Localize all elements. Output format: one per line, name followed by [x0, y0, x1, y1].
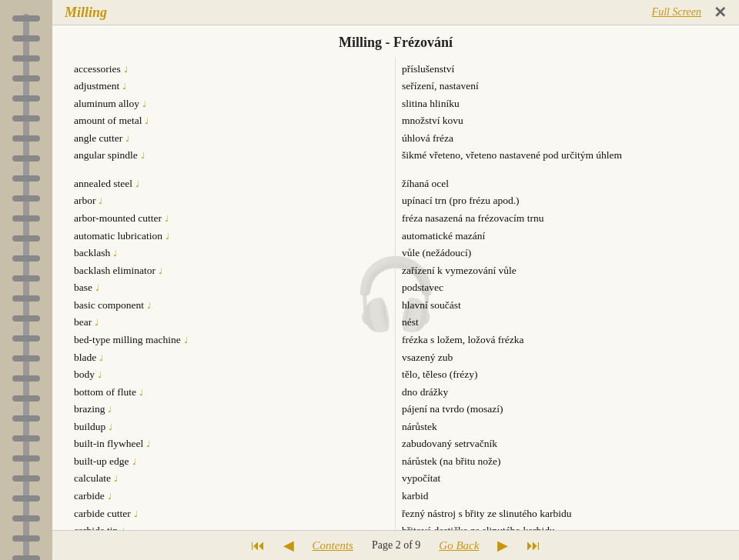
fullscreen-button[interactable]: Full Screen	[652, 6, 701, 18]
term-text: bear	[74, 315, 92, 330]
list-item: arbor ♩	[74, 192, 389, 210]
list-item: nést	[402, 314, 717, 332]
audio-icon[interactable]: ♩	[159, 265, 162, 278]
header-right: Full Screen ✕	[652, 3, 727, 22]
audio-icon[interactable]: ♩	[145, 115, 149, 128]
audio-icon[interactable]: ♩	[95, 317, 99, 329]
translation-text: upínací trn (pro frézu apod.)	[402, 193, 520, 208]
term-text: angular spindle	[74, 148, 138, 163]
audio-icon[interactable]: ♩	[99, 352, 103, 365]
list-item: automatic lubrication ♩	[74, 227, 389, 245]
spiral-ring	[12, 175, 40, 182]
audio-icon[interactable]: ♩	[139, 387, 143, 399]
audio-icon[interactable]: ♩	[98, 369, 102, 382]
translation-text: šikmé vřeteno, vřeteno nastavené pod urč…	[402, 148, 622, 163]
list-item: adjustment ♩	[74, 78, 389, 95]
audio-icon[interactable]: ♩	[121, 525, 125, 530]
term-text: carbide cutter	[74, 506, 131, 522]
term-text: angle cutter	[74, 131, 122, 146]
list-item: vůle (nežádoucí)	[402, 245, 717, 262]
spiral-ring	[12, 135, 40, 142]
audio-icon[interactable]: ♩	[99, 195, 102, 208]
audio-icon[interactable]: ♩	[124, 64, 128, 76]
page-info: Page 2 of 9	[372, 539, 420, 552]
list-item: accessories ♩	[74, 60, 389, 78]
term-text: arbor	[74, 193, 95, 208]
prev-page-button[interactable]: ◀	[283, 537, 294, 554]
audio-icon[interactable]: ♩	[125, 133, 129, 145]
audio-icon[interactable]: ♩	[165, 213, 169, 225]
next-page-button[interactable]: ▶	[497, 537, 508, 554]
last-page-button[interactable]: ⏭	[527, 538, 540, 554]
audio-icon[interactable]: ♩	[134, 508, 138, 521]
list-item: nárůstek (na břitu nože)	[402, 452, 717, 470]
term-text: backlash eliminator	[74, 263, 155, 278]
first-page-button[interactable]: ⏮	[251, 538, 265, 554]
list-item: bear ♩	[74, 314, 389, 332]
footer: ⏮ ◀ Contents Page 2 of 9 Go Back ▶ ⏭	[52, 530, 739, 560]
contents-link[interactable]: Contents	[313, 539, 353, 552]
term-text: aluminum alloy	[74, 96, 139, 112]
translation-text: fréza nasazená na frézovacím trnu	[402, 211, 543, 226]
list-item: frézka s ložem, ložová frézka	[402, 331, 717, 348]
audio-icon[interactable]: ♩	[114, 473, 118, 485]
term-text: carbide	[74, 488, 105, 504]
spiral-ring	[12, 155, 40, 162]
audio-icon[interactable]: ♩	[113, 248, 117, 260]
term-text: built-in flywheel	[74, 436, 143, 452]
term-text: adjustment	[74, 78, 119, 94]
translation-text: množství kovu	[402, 113, 463, 128]
list-item: podstavec	[402, 279, 717, 297]
audio-icon[interactable]: ♩	[122, 81, 126, 93]
audio-icon[interactable]: ♩	[166, 231, 169, 243]
list-item: carbide tip ♩	[74, 522, 389, 530]
translation-text: karbid	[402, 488, 429, 504]
audio-icon[interactable]: ♩	[147, 300, 151, 312]
list-item: vypočítat	[402, 470, 717, 488]
spiral-ring	[12, 15, 40, 22]
term-text: accessories	[74, 62, 121, 77]
list-item: bed-type milling machine ♩	[74, 331, 389, 348]
spiral-ring	[12, 555, 40, 560]
right-column: příslušenstvíseřízení, nastaveníslitina …	[396, 57, 724, 530]
list-item: upínací trn (pro frézu apod.)	[402, 192, 717, 210]
audio-icon[interactable]: ♩	[108, 404, 112, 416]
list-item: annealed steel ♩	[74, 175, 389, 192]
audio-icon[interactable]: ♩	[109, 422, 112, 434]
audio-icon[interactable]: ♩	[141, 150, 145, 162]
spiral-ring	[12, 195, 40, 202]
audio-icon[interactable]: ♩	[95, 282, 99, 295]
close-button[interactable]: ✕	[714, 3, 727, 22]
audio-icon[interactable]: ♩	[142, 98, 146, 111]
list-item: aluminum alloy ♩	[74, 95, 389, 112]
translation-text: nést	[402, 315, 419, 330]
audio-icon[interactable]: ♩	[132, 456, 136, 468]
list-item: hlavní součást	[402, 296, 717, 314]
spiral-ring	[12, 75, 40, 82]
list-item: příslušenství	[402, 60, 717, 78]
term-text: buildup	[74, 419, 105, 435]
goback-link[interactable]: Go Back	[439, 539, 479, 552]
translation-text: nárůstek (na břitu nože)	[402, 454, 501, 469]
app-title: Milling	[65, 5, 107, 21]
audio-icon[interactable]: ♩	[108, 491, 112, 503]
audio-icon[interactable]: ♩	[146, 438, 150, 451]
spiral-ring	[12, 335, 40, 342]
translation-text: vypočítat	[402, 471, 440, 486]
header: Milling Full Screen ✕	[52, 0, 739, 25]
list-item: body ♩	[74, 366, 389, 384]
translation-text: dno drážky	[402, 385, 448, 400]
list-item: carbide ♩	[74, 488, 389, 505]
list-item: buildup ♩	[74, 418, 389, 435]
list-item: brazing ♩	[74, 401, 389, 418]
list-item: tělo, těleso (frézy)	[402, 366, 717, 384]
list-item: arbor-mounted cutter ♩	[74, 210, 389, 228]
spiral-ring	[12, 315, 40, 322]
list-item: backlash ♩	[74, 245, 389, 262]
translation-text: seřízení, nastavení	[402, 78, 479, 94]
audio-icon[interactable]: ♩	[135, 178, 139, 191]
translation-text: podstavec	[402, 280, 443, 295]
translation-text: frézka s ložem, ložová frézka	[402, 332, 524, 348]
translation-text: žíhaná ocel	[402, 176, 449, 192]
audio-icon[interactable]: ♩	[184, 335, 188, 347]
